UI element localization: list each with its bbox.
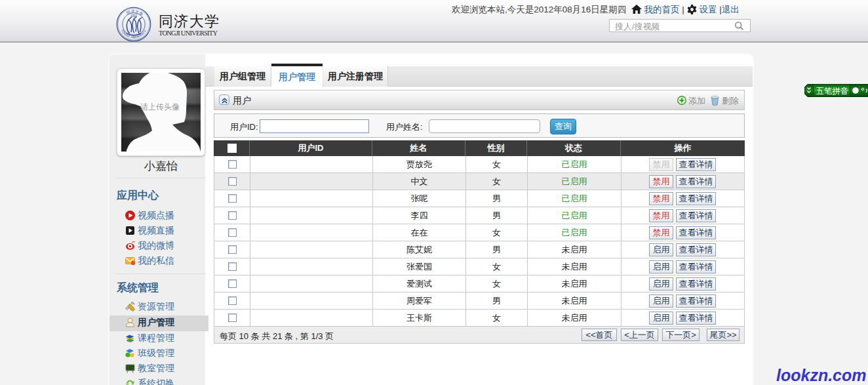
svg-text:TONGJI UNIVERSITY: TONGJI UNIVERSITY — [159, 30, 218, 37]
svg-text:五笔拼音: 五笔拼音 — [816, 87, 849, 96]
svg-text:同济大学: 同济大学 — [159, 13, 219, 30]
svg-text:请上传头像: 请上传头像 — [140, 102, 180, 111]
